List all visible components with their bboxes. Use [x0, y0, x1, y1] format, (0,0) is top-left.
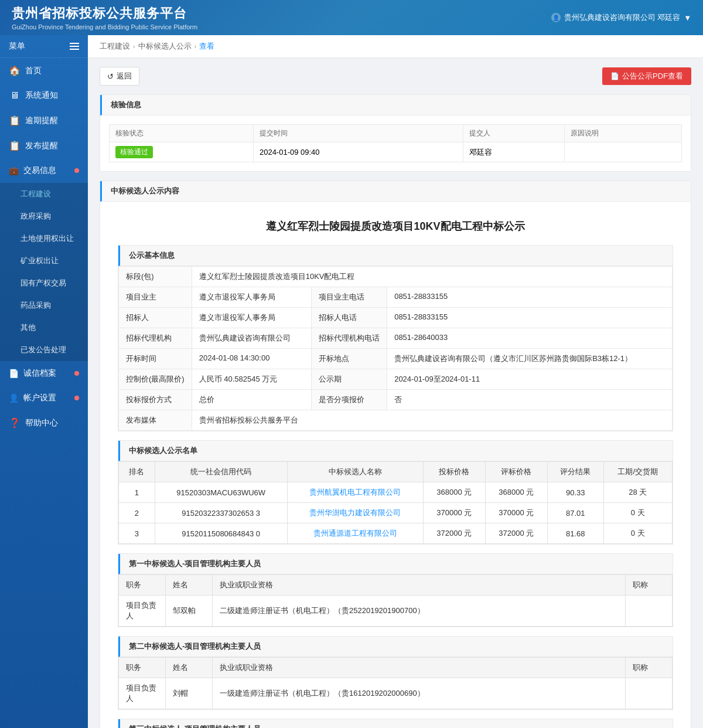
sidebar-sub-government[interactable]: 政府采购	[0, 205, 88, 227]
verify-submitter-cell: 邓廷容	[463, 142, 565, 162]
verify-table: 核验状态 提交时间 提交人 原因说明 核验通过 2024	[109, 124, 682, 162]
sidebar-sub-engineering[interactable]: 工程建设	[0, 183, 88, 205]
ptitle-1	[626, 596, 673, 627]
main-layout: 菜单 🏠 首页 🖥 系统通知 📋 逾期提醒 📋 发布提醒 💼 交易信息	[0, 35, 703, 728]
col-bid-price: 投标价格	[423, 462, 485, 482]
sidebar-sub-published[interactable]: 已发公告处理	[0, 339, 88, 361]
user-info[interactable]: 👤 贵州弘典建设咨询有限公司 邓廷容 ▼	[551, 12, 692, 23]
sidebar-toggle[interactable]: 菜单	[0, 35, 88, 58]
candidates-table: 排名 统一社会信用代码 中标候选人名称 投标价格 评标价格 评分结果 工期/交货…	[118, 461, 673, 544]
sidebar-sub-section: 工程建设 政府采购 土地使用权出让 矿业权出让 国有产权交易 药品采购 其他 已…	[0, 183, 88, 361]
table-row: 招标代理机构 贵州弘典建设咨询有限公司 招标代理机构电话 0851-286400…	[119, 328, 673, 349]
table-row: 1 91520303MACU63WU6W 贵州航翼机电工程有限公司 368000…	[119, 482, 673, 503]
verify-col-reason: 原因说明	[565, 125, 682, 142]
col-pos2: 职务	[119, 658, 166, 678]
qual-2: 一级建造师注册证书（机电工程）（贵1612019202000690）	[213, 678, 626, 709]
pdf-icon: 📄	[610, 72, 619, 80]
sidebar-item-home[interactable]: 🏠 首页	[0, 58, 88, 83]
sidebar-sub-mineral[interactable]: 矿业权出让	[0, 250, 88, 272]
sidebar-item-notify[interactable]: 🖥 系统通知	[0, 83, 88, 108]
logo: 贵州省招标投标公共服务平台 GuiZhou Province Tendering…	[12, 5, 197, 30]
basic-info-header: 公示基本信息	[118, 246, 673, 266]
content-section: 中标候选人公示内容 遵义红军烈士陵园提质改造项目10KV配电工程中标公示 公示基…	[100, 181, 691, 728]
value-openloc: 贵州弘典建设咨询有限公司（遵义市汇川区苏州路贵御国际B3栋12-1）	[387, 349, 673, 369]
sidebar-item-overdue[interactable]: 📋 逾期提醒	[0, 108, 88, 133]
col-qual: 执业或职业资格	[213, 575, 626, 596]
score-1: 90.33	[547, 482, 603, 503]
col-pname2: 姓名	[166, 658, 213, 678]
label-agency: 招标代理机构	[119, 328, 192, 349]
sidebar-sub-other[interactable]: 其他	[0, 317, 88, 339]
verify-col-status: 核验状态	[110, 125, 254, 142]
third-candidate-panel: 第三中标候选人-项目管理机构主要人员 职务 姓名 执业或职业资格 职称	[118, 719, 673, 728]
sidebar-item-help[interactable]: ❓ 帮助中心	[0, 410, 88, 436]
score-3: 81.68	[547, 523, 603, 544]
evalprice-2: 370000 元	[485, 503, 547, 523]
breadcrumb-item-1[interactable]: 工程建设	[100, 41, 130, 52]
integrity-icon: 📄	[9, 369, 19, 378]
dropdown-arrow-icon[interactable]: ▼	[684, 13, 691, 22]
second-candidate-panel: 第二中标候选人-项目管理机构主要人员 职务 姓名 执业或职业资格 职称	[118, 636, 673, 710]
sidebar-sub-medicine[interactable]: 药品采购	[0, 294, 88, 317]
col-period: 工期/交货期	[603, 462, 672, 482]
label-openloc: 开标地点	[312, 349, 387, 369]
qual-1: 二级建造师注册证书（机电工程）（贵2522019201900700）	[213, 596, 626, 627]
verify-row: 核验通过 2024-01-09 09:40 邓廷容	[110, 142, 682, 162]
ptitle-2	[626, 678, 673, 709]
table-row: 开标时间 2024-01-08 14:30:00 开标地点 贵州弘典建设咨询有限…	[119, 349, 673, 369]
sidebar-sub-stateowned[interactable]: 国有产权交易	[0, 272, 88, 294]
bidprice-1: 368000 元	[423, 482, 485, 503]
breadcrumb: 工程建设 › 中标候选人公示 › 查看	[88, 35, 703, 58]
sidebar-label-help: 帮助中心	[25, 418, 58, 428]
cname-3[interactable]: 贵州通源道工程有限公司	[287, 523, 423, 544]
content-section-header: 中标候选人公示内容	[100, 181, 691, 202]
value-item-bid: 否	[387, 390, 673, 410]
sidebar: 菜单 🏠 首页 🖥 系统通知 📋 逾期提醒 📋 发布提醒 💼 交易信息	[0, 35, 88, 728]
user-icon: 👤	[551, 13, 561, 22]
second-personnel-table: 职务 姓名 执业或职业资格 职称 项目负责人 刘帽 一级	[118, 657, 673, 709]
cname-1[interactable]: 贵州航翼机电工程有限公司	[287, 482, 423, 503]
period-3: 0 天	[603, 523, 672, 544]
sidebar-label-home: 首页	[25, 66, 42, 76]
rank-1: 1	[119, 482, 155, 503]
pos-2: 项目负责人	[119, 678, 166, 709]
breadcrumb-sep-1: ›	[133, 43, 135, 50]
table-row: 招标人 遵义市退役军人事务局 招标人电话 0851-28833155	[119, 308, 673, 328]
sidebar-item-integrity[interactable]: 📄 诚信档案	[0, 361, 88, 386]
bidprice-3: 372000 元	[423, 523, 485, 544]
pos-1: 项目负责人	[119, 596, 166, 627]
verify-section-header: 核验信息	[100, 95, 691, 115]
table-row: 项目负责人 邹双帕 二级建造师注册证书（机电工程）（贵2522019201900…	[119, 596, 673, 627]
back-button[interactable]: ↺ 返回	[100, 67, 139, 86]
site-title-cn: 贵州省招标投标公共服务平台	[12, 5, 197, 22]
publish-icon: 📋	[9, 140, 21, 151]
breadcrumb-item-2[interactable]: 中标候选人公示	[138, 41, 192, 52]
pdf-button[interactable]: 📄 公告公示PDF查看	[602, 67, 691, 85]
breadcrumb-item-3: 查看	[199, 41, 214, 52]
sidebar-item-transaction[interactable]: 💼 交易信息	[0, 158, 88, 183]
evalprice-1: 368000 元	[485, 482, 547, 503]
site-title-en: GuiZhou Province Tendering and Bidding P…	[12, 23, 197, 30]
value-bid-method: 总价	[192, 390, 311, 410]
value-agency: 贵州弘典建设咨询有限公司	[192, 328, 311, 349]
value-projectowner: 遵义市退役军人事务局	[192, 287, 311, 308]
sidebar-item-publish[interactable]: 📋 发布提醒	[0, 133, 88, 158]
home-icon: 🏠	[9, 65, 21, 76]
sidebar-sub-land[interactable]: 土地使用权出让	[0, 227, 88, 250]
table-row: 发布媒体 贵州省招标投标公共服务平台	[119, 410, 673, 431]
label-projectowner: 项目业主	[119, 287, 192, 308]
sidebar-item-account[interactable]: 👤 帐户设置	[0, 386, 88, 410]
label-opentime: 开标时间	[119, 349, 192, 369]
rank-2: 2	[119, 503, 155, 523]
basic-info-table: 标段(包) 遵义红军烈士陵园提质改造项目10KV配电工程 项目业主 遵义市退役军…	[118, 266, 673, 431]
cname-2[interactable]: 贵州华澍电力建设有限公司	[287, 503, 423, 523]
bidprice-2: 370000 元	[423, 503, 485, 523]
content-section-body: 遵义红军烈士陵园提质改造项目10KV配电工程中标公示 公示基本信息 标段(包) …	[100, 202, 691, 728]
sidebar-label-overdue: 逾期提醒	[25, 115, 58, 126]
third-candidate-header: 第三中标候选人-项目管理机构主要人员	[118, 719, 673, 728]
sidebar-label-transaction: 交易信息	[23, 165, 56, 176]
col-pos: 职务	[119, 575, 166, 596]
user-name: 贵州弘典建设咨询有限公司 邓廷容	[564, 12, 681, 23]
col-name: 中标候选人名称	[287, 462, 423, 482]
account-badge	[74, 396, 79, 400]
